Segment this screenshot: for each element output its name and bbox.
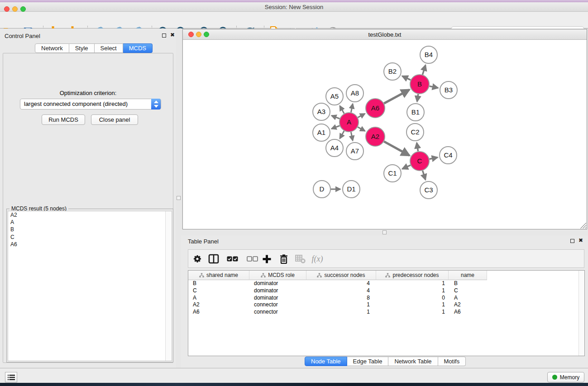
select-all-icon[interactable]: [225, 252, 239, 266]
unselect-all-icon[interactable]: [245, 252, 259, 266]
table-row[interactable]: Bdominator41B: [188, 280, 578, 287]
delete-column-icon[interactable]: [277, 252, 291, 266]
status-bar: Memory: [0, 368, 588, 383]
edge-A-A7[interactable]: [351, 132, 353, 141]
column-header-label: MCDS role: [268, 272, 295, 278]
column-header-label: predecessor nodes: [392, 272, 439, 278]
column-header-MCDS-role[interactable]: MCDS role: [249, 271, 306, 280]
add-column-icon[interactable]: [259, 252, 274, 266]
tab-mcds[interactable]: MCDS: [123, 43, 153, 53]
table-cell: 1: [306, 309, 376, 316]
node-label-C: C: [417, 157, 422, 165]
edge-A6-B[interactable]: [384, 90, 409, 103]
criterion-selected-value: largest connected component (directed): [24, 100, 128, 107]
tab-network[interactable]: Network: [35, 43, 69, 53]
table-row[interactable]: Adominator80A: [188, 295, 578, 302]
column-sort-icon: [385, 273, 390, 278]
table-header-row: shared nameMCDS rolesuccessor nodesprede…: [188, 271, 487, 280]
table-cell: A: [188, 295, 249, 302]
tab-motifs[interactable]: Motifs: [438, 357, 466, 366]
mcds-result-item[interactable]: A6: [8, 241, 172, 248]
tab-edge-table[interactable]: Edge Table: [347, 357, 389, 366]
edge-A-A3[interactable]: [331, 115, 339, 119]
mcds-result-item[interactable]: B: [8, 226, 172, 233]
table-row[interactable]: A2connector11A2: [188, 301, 578, 309]
vertical-divider-handle[interactable]: [177, 196, 181, 200]
horizontal-split-divider[interactable]: [181, 229, 588, 235]
memory-button[interactable]: Memory: [547, 372, 584, 382]
tab-network-table[interactable]: Network Table: [388, 357, 438, 366]
mcds-result-item[interactable]: A: [8, 219, 172, 226]
edge-B-B3[interactable]: [430, 86, 438, 88]
edge-B-B1[interactable]: [417, 94, 418, 101]
table-scrollbar[interactable]: [578, 271, 584, 356]
tab-style[interactable]: Style: [69, 43, 95, 53]
node-label-B1: B1: [411, 108, 420, 116]
tab-node-table[interactable]: Node Table: [305, 357, 347, 366]
mcds-result-list: A2ABCA6: [8, 211, 172, 361]
memory-label: Memory: [560, 374, 579, 381]
mcds-result-item[interactable]: C: [8, 234, 172, 241]
close-panel-button[interactable]: Close panel: [91, 114, 138, 125]
column-header-label: successor nodes: [324, 272, 365, 278]
edge-A-A4[interactable]: [340, 131, 344, 138]
memory-status-icon: [552, 375, 557, 380]
column-sort-icon: [199, 273, 204, 278]
column-sort-icon: [261, 273, 266, 278]
criterion-select[interactable]: largest connected component (directed): [20, 99, 161, 110]
horizontal-divider-handle[interactable]: [382, 230, 387, 234]
table-row[interactable]: Cdominator41C: [188, 287, 578, 295]
node-label-B3: B3: [445, 86, 453, 94]
edge-A-A5[interactable]: [340, 106, 344, 114]
table-cell: 1: [376, 301, 449, 309]
control-panel-close-icon[interactable]: ✖: [170, 32, 175, 38]
edge-C-C1[interactable]: [402, 165, 411, 169]
table-row[interactable]: A6connector11A6: [188, 309, 578, 316]
tab-select[interactable]: Select: [95, 43, 123, 53]
fx-label: f(x): [312, 254, 323, 264]
column-header-successor-nodes[interactable]: successor nodes: [306, 271, 376, 280]
node-label-A5: A5: [330, 92, 339, 100]
node-label-A3: A3: [317, 108, 325, 115]
table-cell: dominator: [249, 287, 306, 295]
edge-A-A2[interactable]: [358, 127, 365, 131]
table-cell: C: [188, 287, 249, 295]
window-resize-grip[interactable]: [580, 223, 586, 229]
control-panel-float-icon[interactable]: [162, 33, 166, 38]
table-panel-float-icon[interactable]: [570, 239, 574, 243]
column-header-predecessor-nodes[interactable]: predecessor nodes: [376, 271, 449, 280]
node-label-A1: A1: [317, 129, 325, 136]
node-label-D: D: [320, 185, 325, 193]
edge-C-C2[interactable]: [417, 143, 418, 152]
table-cell: 1: [376, 309, 449, 316]
table-cell: 1: [376, 287, 449, 295]
edge-A2-C[interactable]: [384, 142, 409, 156]
edge-A-A1[interactable]: [331, 126, 339, 129]
run-mcds-button[interactable]: Run MCDS: [42, 114, 85, 125]
edge-C-C3[interactable]: [423, 171, 425, 180]
settings-icon[interactable]: [190, 252, 205, 266]
edge-B-B4[interactable]: [422, 65, 425, 75]
node-label-A4: A4: [330, 144, 339, 152]
show-panels-button[interactable]: [5, 372, 17, 382]
app-titlebar: Session: New Session: [0, 2, 588, 12]
edge-A-A6[interactable]: [358, 114, 365, 117]
column-header-name[interactable]: name: [449, 271, 487, 280]
mcds-result-item[interactable]: A2: [8, 211, 172, 219]
node-label-B4: B4: [425, 51, 433, 58]
column-header-shared-name[interactable]: shared name: [188, 271, 249, 280]
network-window-titlebar[interactable]: testGlobe.txt: [183, 29, 587, 40]
node-label-A8: A8: [351, 89, 359, 97]
desktop-background: [0, 383, 588, 386]
edge-C-C4[interactable]: [430, 157, 438, 159]
app-title: Session: New Session: [0, 4, 588, 10]
table-cell: dominator: [249, 280, 306, 287]
network-canvas[interactable]: AA1A2A3A4A5A6A7A8BB1B2B3B4CC1C2C3C4DD1: [183, 40, 587, 229]
node-label-A7: A7: [351, 147, 359, 155]
edge-B-B2[interactable]: [402, 76, 411, 80]
columns-icon[interactable]: [206, 252, 221, 266]
result-list-scrollbar[interactable]: [165, 211, 172, 361]
table-cell: 1: [376, 280, 449, 287]
table-panel-close-icon[interactable]: ✖: [578, 237, 583, 243]
edge-A-A8[interactable]: [351, 104, 353, 113]
